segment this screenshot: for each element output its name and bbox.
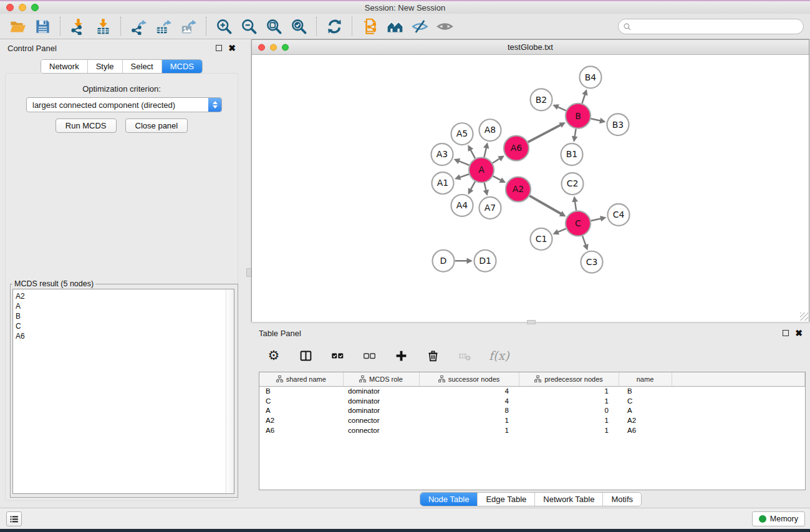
table-settings-button[interactable]: ⚙ [266,348,281,363]
column-header-shared-name[interactable]: shared name [259,372,343,386]
export-table-button[interactable] [151,16,176,37]
network-canvas[interactable]: B4B2BB3A5A8A6B1A3AA1A2C2A4A7C4CC1C3DD1 [252,56,809,322]
mcds-result-item[interactable]: A [13,301,234,311]
home-networks-button[interactable] [382,16,407,37]
import-table-from-file-button[interactable] [90,16,115,37]
graph-node-D[interactable]: D [433,250,455,272]
graph-node-B3[interactable]: B3 [607,114,629,135]
mcds-result-item[interactable]: B [13,311,234,321]
window-resize-grip[interactable] [800,312,808,321]
table-row[interactable]: Adominator80A [259,405,805,415]
graph-edge-A-A3[interactable] [454,158,470,165]
graph-edge-C-C4[interactable] [591,216,607,221]
search-input[interactable] [632,21,803,33]
graph-edge-C-C3[interactable] [582,236,589,250]
horizontal-split-handle[interactable] [527,320,536,324]
zoom-window-button[interactable] [31,4,39,11]
vertical-split-handle[interactable] [246,268,251,277]
column-header-successor-nodes[interactable]: successor nodes [419,372,519,386]
graph-edge-A-A7[interactable] [483,183,489,196]
deselect-all-button[interactable] [362,348,377,363]
import-network-from-file-button[interactable] [65,16,90,37]
column-header-MCDS-role[interactable]: MCDS role [343,372,419,386]
graph-node-A3[interactable]: A3 [432,143,453,165]
function-builder-button[interactable]: f(x) [489,348,509,363]
tab-node-table[interactable]: Node Table [420,493,478,506]
graph-edge-A-A1[interactable] [455,174,469,180]
table-row[interactable]: Bdominator41B [259,386,805,396]
hide-selected-button[interactable] [407,16,432,37]
graph-node-C3[interactable]: C3 [581,251,603,273]
graph-edge-B-B3[interactable] [591,118,606,123]
network-zoom-button[interactable] [282,44,289,51]
run-mcds-button[interactable]: Run MCDS [55,118,117,133]
mcds-result-item[interactable]: A6 [13,331,234,341]
show-all-button[interactable] [432,16,457,37]
graph-node-C4[interactable]: C4 [608,204,630,226]
graph-edge-A-A4[interactable] [468,181,475,195]
float-table-panel-icon[interactable] [783,330,789,336]
delete-table-button[interactable] [457,348,472,363]
graph-node-D1[interactable]: D1 [475,250,496,272]
tab-edge-table[interactable]: Edge Table [477,493,534,506]
close-table-panel-icon[interactable]: ✖ [795,330,803,336]
graph-node-A5[interactable]: A5 [451,123,473,145]
graph-edge-A6-B[interactable] [528,122,566,142]
graph-edge-D-D1[interactable] [455,258,473,264]
table-row[interactable]: A6connector11A6 [259,425,805,435]
column-header-name[interactable]: name [619,372,672,386]
graph-node-A2[interactable]: A2 [506,177,531,202]
delete-column-button[interactable] [425,348,440,363]
graph-node-B4[interactable]: B4 [580,66,602,88]
graph-edge-A-A8[interactable] [483,142,489,157]
export-image-button[interactable] [176,16,201,37]
graph-node-A8[interactable]: A8 [480,119,501,141]
close-window-button[interactable] [6,4,14,11]
graph-edge-B-B4[interactable] [582,89,587,104]
panels-menu-button[interactable] [6,511,22,526]
graph-node-A7[interactable]: A7 [480,197,501,219]
graph-node-A4[interactable]: A4 [451,195,473,216]
graph-node-C2[interactable]: C2 [562,173,584,195]
memory-button[interactable]: Memory [752,511,805,526]
tab-network[interactable]: Network [41,60,87,73]
graph-edge-A2-C[interactable] [529,196,566,216]
minimize-window-button[interactable] [19,4,26,11]
export-network-button[interactable] [126,16,151,37]
graph-node-C[interactable]: C [566,211,591,236]
zoom-fit-button[interactable] [261,16,286,37]
close-panel-button[interactable]: Close panel [125,118,188,133]
graph-node-A[interactable]: A [469,158,494,183]
open-session-button[interactable] [5,16,30,37]
graph-node-B2[interactable]: B2 [531,89,552,110]
network-close-button[interactable] [258,44,265,51]
column-header-predecessor-nodes[interactable]: predecessor nodes [519,372,619,386]
search-field[interactable] [618,19,804,34]
tab-style[interactable]: Style [87,60,122,73]
network-minimize-button[interactable] [270,44,277,51]
new-network-from-selection-button[interactable] [357,16,382,37]
close-panel-icon[interactable]: ✖ [228,45,236,51]
graph-edge-A-A6[interactable] [493,156,504,163]
graph-edge-B-B2[interactable] [552,104,566,110]
table-row[interactable]: Cdominator41C [259,396,805,406]
column-visibility-button[interactable] [298,348,313,363]
result-scrollbar[interactable] [226,289,234,493]
graph-node-A6[interactable]: A6 [504,136,529,161]
save-session-button[interactable] [30,16,55,37]
refresh-network-view-button[interactable] [322,16,347,37]
graph-edge-C-C2[interactable] [572,196,578,210]
graph-node-A1[interactable]: A1 [432,172,454,194]
float-panel-icon[interactable] [216,45,222,51]
graph-node-C1[interactable]: C1 [531,228,552,250]
mcds-result-item[interactable]: A2 [13,291,234,301]
graph-node-B[interactable]: B [566,104,591,128]
graph-edge-B-B1[interactable] [572,128,577,142]
tab-network-table[interactable]: Network Table [534,493,602,506]
graph-node-B1[interactable]: B1 [561,143,583,165]
tab-mcds[interactable]: MCDS [162,60,202,73]
select-all-button[interactable] [330,348,345,363]
zoom-out-button[interactable] [236,16,261,37]
graph-edge-A-A2[interactable] [493,176,506,183]
mcds-result-item[interactable]: C [13,321,234,331]
